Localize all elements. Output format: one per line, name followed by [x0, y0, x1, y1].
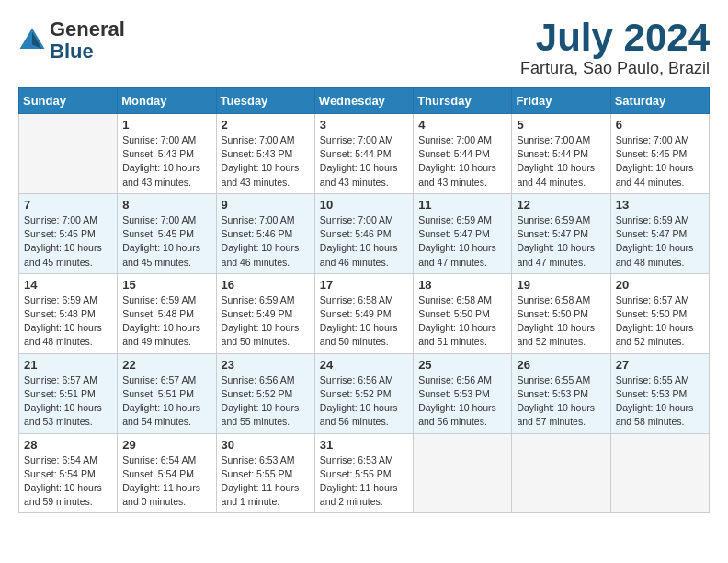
day-info: Sunrise: 6:53 AM Sunset: 5:55 PM Dayligh…	[222, 454, 310, 510]
day-number: 11	[418, 198, 506, 212]
calendar-cell: 27Sunrise: 6:55 AM Sunset: 5:53 PM Dayli…	[610, 353, 709, 433]
day-number: 25	[418, 358, 506, 372]
calendar-cell: 28Sunrise: 6:54 AM Sunset: 5:54 PM Dayli…	[19, 433, 118, 513]
week-row-3: 14Sunrise: 6:59 AM Sunset: 5:48 PM Dayli…	[19, 273, 710, 353]
day-number: 22	[122, 358, 210, 372]
day-number: 13	[616, 198, 704, 212]
weekday-saturday: Saturday	[610, 88, 709, 114]
day-info: Sunrise: 7:00 AM Sunset: 5:46 PM Dayligh…	[222, 213, 310, 270]
calendar-cell: 19Sunrise: 6:58 AM Sunset: 5:50 PM Dayli…	[512, 273, 610, 353]
logo-icon	[18, 27, 46, 54]
page-header: General Blue July 2024 Fartura, Sao Paul…	[18, 18, 710, 78]
calendar-cell: 9Sunrise: 7:00 AM Sunset: 5:46 PM Daylig…	[216, 193, 314, 273]
logo-text: General Blue	[50, 18, 125, 63]
day-info: Sunrise: 7:00 AM Sunset: 5:45 PM Dayligh…	[24, 213, 112, 270]
calendar-cell: 20Sunrise: 6:57 AM Sunset: 5:50 PM Dayli…	[610, 273, 709, 353]
calendar-cell: 1Sunrise: 7:00 AM Sunset: 5:43 PM Daylig…	[118, 114, 216, 194]
logo: General Blue	[18, 18, 125, 63]
day-info: Sunrise: 6:53 AM Sunset: 5:55 PM Dayligh…	[320, 454, 408, 510]
calendar-cell: 22Sunrise: 6:57 AM Sunset: 5:51 PM Dayli…	[118, 353, 216, 433]
calendar-body: 1Sunrise: 7:00 AM Sunset: 5:43 PM Daylig…	[19, 114, 710, 513]
day-number: 8	[122, 198, 210, 212]
calendar-cell: 4Sunrise: 7:00 AM Sunset: 5:44 PM Daylig…	[414, 114, 512, 194]
day-info: Sunrise: 7:00 AM Sunset: 5:43 PM Dayligh…	[222, 133, 310, 190]
day-info: Sunrise: 6:59 AM Sunset: 5:49 PM Dayligh…	[222, 293, 310, 350]
day-number: 15	[122, 278, 210, 292]
day-number: 5	[517, 118, 605, 132]
day-info: Sunrise: 6:59 AM Sunset: 5:47 PM Dayligh…	[418, 213, 506, 270]
day-info: Sunrise: 6:58 AM Sunset: 5:50 PM Dayligh…	[418, 293, 506, 350]
week-row-5: 28Sunrise: 6:54 AM Sunset: 5:54 PM Dayli…	[19, 433, 710, 513]
day-info: Sunrise: 7:00 AM Sunset: 5:45 PM Dayligh…	[122, 213, 210, 270]
calendar-cell	[19, 114, 118, 194]
weekday-wednesday: Wednesday	[314, 88, 413, 114]
calendar-cell: 29Sunrise: 6:54 AM Sunset: 5:54 PM Dayli…	[118, 433, 216, 513]
day-info: Sunrise: 7:00 AM Sunset: 5:44 PM Dayligh…	[320, 133, 408, 190]
day-info: Sunrise: 7:00 AM Sunset: 5:43 PM Dayligh…	[122, 133, 210, 190]
calendar-cell: 26Sunrise: 6:55 AM Sunset: 5:53 PM Dayli…	[512, 353, 610, 433]
weekday-sunday: Sunday	[19, 88, 118, 114]
location: Fartura, Sao Paulo, Brazil	[520, 59, 710, 78]
calendar-cell: 11Sunrise: 6:59 AM Sunset: 5:47 PM Dayli…	[414, 193, 512, 273]
day-info: Sunrise: 7:00 AM Sunset: 5:46 PM Dayligh…	[320, 213, 408, 270]
day-info: Sunrise: 6:57 AM Sunset: 5:51 PM Dayligh…	[122, 373, 210, 430]
calendar-cell	[414, 433, 512, 513]
weekday-friday: Friday	[512, 88, 610, 114]
week-row-1: 1Sunrise: 7:00 AM Sunset: 5:43 PM Daylig…	[19, 114, 710, 194]
day-info: Sunrise: 7:00 AM Sunset: 5:45 PM Dayligh…	[616, 133, 704, 190]
day-number: 10	[320, 198, 408, 212]
day-info: Sunrise: 6:55 AM Sunset: 5:53 PM Dayligh…	[517, 373, 605, 430]
day-number: 20	[616, 278, 704, 292]
calendar-cell: 16Sunrise: 6:59 AM Sunset: 5:49 PM Dayli…	[216, 273, 314, 353]
day-info: Sunrise: 6:59 AM Sunset: 5:48 PM Dayligh…	[122, 293, 210, 350]
calendar-cell: 25Sunrise: 6:56 AM Sunset: 5:53 PM Dayli…	[414, 353, 512, 433]
day-number: 19	[517, 278, 605, 292]
day-number: 28	[24, 438, 112, 452]
day-number: 4	[418, 118, 506, 132]
day-number: 2	[222, 118, 310, 132]
day-number: 26	[517, 358, 605, 372]
weekday-header-row: SundayMondayTuesdayWednesdayThursdayFrid…	[19, 88, 710, 114]
day-info: Sunrise: 6:57 AM Sunset: 5:51 PM Dayligh…	[24, 373, 112, 430]
calendar-cell: 6Sunrise: 7:00 AM Sunset: 5:45 PM Daylig…	[610, 114, 709, 194]
calendar-cell: 23Sunrise: 6:56 AM Sunset: 5:52 PM Dayli…	[216, 353, 314, 433]
day-number: 21	[24, 358, 112, 372]
calendar-cell: 15Sunrise: 6:59 AM Sunset: 5:48 PM Dayli…	[118, 273, 216, 353]
month-year: July 2024	[520, 18, 710, 57]
calendar-cell: 3Sunrise: 7:00 AM Sunset: 5:44 PM Daylig…	[314, 114, 413, 194]
calendar-cell: 30Sunrise: 6:53 AM Sunset: 5:55 PM Dayli…	[216, 433, 314, 513]
calendar-cell: 2Sunrise: 7:00 AM Sunset: 5:43 PM Daylig…	[216, 114, 314, 194]
day-number: 24	[320, 358, 408, 372]
calendar-cell: 7Sunrise: 7:00 AM Sunset: 5:45 PM Daylig…	[19, 193, 118, 273]
day-info: Sunrise: 6:56 AM Sunset: 5:52 PM Dayligh…	[222, 373, 310, 430]
calendar-table: SundayMondayTuesdayWednesdayThursdayFrid…	[18, 87, 710, 513]
day-number: 3	[320, 118, 408, 132]
calendar-cell: 12Sunrise: 6:59 AM Sunset: 5:47 PM Dayli…	[512, 193, 610, 273]
day-number: 7	[24, 198, 112, 212]
day-number: 23	[222, 358, 310, 372]
day-number: 27	[616, 358, 704, 372]
day-number: 6	[616, 118, 704, 132]
day-info: Sunrise: 6:54 AM Sunset: 5:54 PM Dayligh…	[24, 454, 112, 510]
calendar-cell: 14Sunrise: 6:59 AM Sunset: 5:48 PM Dayli…	[19, 273, 118, 353]
day-number: 30	[222, 438, 310, 452]
calendar-cell: 24Sunrise: 6:56 AM Sunset: 5:52 PM Dayli…	[314, 353, 413, 433]
day-info: Sunrise: 6:56 AM Sunset: 5:53 PM Dayligh…	[418, 373, 506, 430]
day-info: Sunrise: 6:59 AM Sunset: 5:48 PM Dayligh…	[24, 293, 112, 350]
day-info: Sunrise: 6:59 AM Sunset: 5:47 PM Dayligh…	[517, 213, 605, 270]
day-info: Sunrise: 7:00 AM Sunset: 5:44 PM Dayligh…	[517, 133, 605, 190]
calendar-cell: 8Sunrise: 7:00 AM Sunset: 5:45 PM Daylig…	[118, 193, 216, 273]
weekday-monday: Monday	[118, 88, 216, 114]
day-info: Sunrise: 6:54 AM Sunset: 5:54 PM Dayligh…	[122, 454, 210, 510]
day-info: Sunrise: 6:56 AM Sunset: 5:52 PM Dayligh…	[320, 373, 408, 430]
day-info: Sunrise: 6:55 AM Sunset: 5:53 PM Dayligh…	[616, 373, 704, 430]
day-info: Sunrise: 7:00 AM Sunset: 5:44 PM Dayligh…	[418, 133, 506, 190]
weekday-tuesday: Tuesday	[216, 88, 314, 114]
day-number: 31	[320, 438, 408, 452]
day-number: 12	[517, 198, 605, 212]
week-row-2: 7Sunrise: 7:00 AM Sunset: 5:45 PM Daylig…	[19, 193, 710, 273]
day-number: 14	[24, 278, 112, 292]
week-row-4: 21Sunrise: 6:57 AM Sunset: 5:51 PM Dayli…	[19, 353, 710, 433]
calendar-cell: 5Sunrise: 7:00 AM Sunset: 5:44 PM Daylig…	[512, 114, 610, 194]
day-info: Sunrise: 6:59 AM Sunset: 5:47 PM Dayligh…	[616, 213, 704, 270]
